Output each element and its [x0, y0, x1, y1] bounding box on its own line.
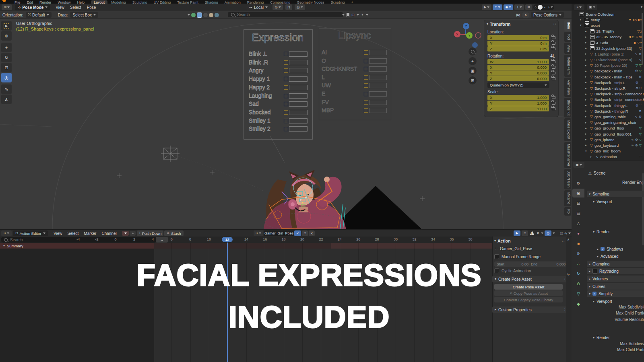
rotation-y-field[interactable]: Y0.000: [487, 70, 549, 76]
expression-slider-handle[interactable]: [284, 77, 288, 81]
viewport-menu-pose[interactable]: Pose: [87, 5, 96, 10]
add-preset-icon[interactable]: ⊞: [351, 13, 355, 17]
menu-render[interactable]: Render: [39, 0, 52, 4]
gizmos-toggle-button[interactable]: ✦: [493, 4, 502, 10]
outliner-badge-icon[interactable]: ◆11: [629, 35, 635, 39]
viewport-menu-select[interactable]: Select: [70, 5, 81, 10]
viewport-search-input[interactable]: Search: [228, 12, 343, 17]
outliner-badge-icon[interactable]: ∿: [631, 138, 634, 142]
properties-data-tab[interactable]: ▽: [572, 289, 584, 298]
expression-slider-handle[interactable]: [284, 127, 288, 131]
rotation-x-lock-icon[interactable]: [551, 66, 556, 69]
search-options-chevron[interactable]: [342, 14, 345, 16]
properties-scene-tab[interactable]: △: [572, 219, 584, 228]
outliner-row[interactable]: ▸▽backpack - main - zips⚙: [572, 74, 644, 80]
expand-icon[interactable]: ▸: [585, 58, 588, 62]
expression-slider-track[interactable]: [289, 110, 308, 115]
expand-icon[interactable]: ▸: [585, 98, 588, 101]
expand-icon[interactable]: ▸: [580, 18, 583, 21]
mode-dropdown[interactable]: ⊹ Pose Mode: [15, 4, 50, 10]
location-x-lock-icon[interactable]: [551, 36, 556, 39]
expression-slider-handle[interactable]: [284, 85, 288, 90]
xray-armature-button[interactable]: ⊹: [514, 4, 524, 10]
selectability-button[interactable]: ▶: [482, 4, 491, 10]
properties-object-tab[interactable]: ■: [572, 239, 584, 248]
sidebar-tab-animation[interactable]: Animation: [564, 78, 571, 97]
expand-icon[interactable]: ▸: [585, 109, 588, 113]
specials-down-button[interactable]: [122, 231, 129, 236]
tool-extra-chevron[interactable]: [188, 14, 190, 16]
workspace-tab-scripting[interactable]: Scripting: [328, 0, 347, 4]
properties-world-tab[interactable]: ●: [572, 229, 584, 238]
expression-slider-handle[interactable]: [284, 60, 288, 65]
action-name-field[interactable]: Gamer_Girl_Pose: [264, 230, 294, 236]
proportional-edit-button-dopesheet[interactable]: ⊙: [545, 230, 551, 236]
workspace-tab-compositing[interactable]: Compositing: [267, 0, 293, 4]
collapse-sidebar-icon[interactable]: ∧: [567, 238, 570, 241]
outliner-badge-icon[interactable]: ⚙: [639, 109, 642, 113]
dopesheet-menu-channel[interactable]: Channel: [101, 231, 116, 236]
workspace-tab-geometry-nodes[interactable]: Geometry Nodes: [294, 0, 327, 4]
properties-panel-shadows[interactable]: ▸✓Shadows: [595, 246, 644, 252]
outliner-row[interactable]: ▸▽geo_iphone∿⚙▽: [572, 137, 644, 142]
outliner-badge-icon[interactable]: ▽68: [636, 35, 642, 39]
box-select-button[interactable]: ⊡: [522, 230, 528, 236]
workspace-tab-texture-paint[interactable]: Texture Paint: [174, 0, 201, 4]
workspace-tab-rendering[interactable]: Rendering: [244, 0, 267, 4]
outliner-badge-icon[interactable]: ∷: [640, 155, 642, 158]
rotation-x-field[interactable]: X0.000: [487, 65, 549, 70]
outliner-badge-icon[interactable]: ▽: [639, 144, 642, 147]
tool-transform[interactable]: ◎: [1, 73, 12, 82]
outliner-badge-icon[interactable]: ▽: [639, 126, 642, 130]
expression-slider-track[interactable]: [289, 93, 308, 99]
outliner-row[interactable]: Scene Collection: [572, 11, 644, 17]
properties-panel-curves[interactable]: ▸Curves: [587, 283, 644, 290]
expression-slider-handle[interactable]: [284, 52, 288, 56]
expression-slider-handle[interactable]: [284, 68, 288, 73]
panel-checkbox[interactable]: ✓: [592, 292, 597, 296]
expand-icon[interactable]: ▸: [590, 155, 594, 158]
properties-viewlayer-tab[interactable]: ▤: [572, 209, 584, 218]
sidebar-tab-rebusfarm[interactable]: RebusFarm: [564, 55, 571, 76]
outliner-badge-icon[interactable]: ∿: [631, 144, 634, 147]
xray-toggle-button[interactable]: ⊠: [525, 4, 532, 10]
expand-icon[interactable]: ▸: [585, 121, 588, 124]
specials-up-button[interactable]: [130, 231, 136, 236]
menu-edit[interactable]: Edit: [27, 0, 33, 4]
dopesheet-filter-icon[interactable]: ▼: [536, 232, 540, 235]
lipsync-slider-track[interactable]: [369, 100, 387, 105]
summary-channel-row[interactable]: ▾ Summary: [0, 243, 157, 249]
lipsync-slider-track[interactable]: [369, 75, 387, 80]
outliner-badge-icon[interactable]: ∷: [640, 86, 642, 90]
unlink-action-button[interactable]: ×: [309, 230, 315, 236]
pan-nav-icon[interactable]: +: [469, 57, 477, 65]
tool-rotate[interactable]: ↻: [1, 53, 12, 62]
filter-funnel-icon[interactable]: ▼: [361, 13, 364, 16]
panel-drag-dots[interactable]: ∷: [553, 22, 556, 26]
scale-x-field[interactable]: X1.000: [487, 95, 549, 100]
rotation-mode-dropdown[interactable]: Quaternion (WXYZ): [487, 82, 549, 88]
expand-icon[interactable]: ▸: [585, 127, 588, 130]
properties-panel-sampling[interactable]: ▾Sampling: [587, 191, 644, 197]
outliner-row[interactable]: ▸▽Backpack - strip - connector.R: [572, 97, 644, 103]
panel-checkbox[interactable]: [592, 269, 597, 274]
outliner-row[interactable]: ▸4. Sofa◆▽7: [572, 40, 644, 45]
expand-icon[interactable]: ▸: [585, 138, 588, 141]
outliner-badge-icon[interactable]: ▽: [639, 69, 642, 73]
expand-icon[interactable]: ▸: [585, 35, 588, 39]
drag-dropdown[interactable]: Select Box: [70, 12, 98, 18]
location-z-lock-icon[interactable]: [551, 47, 556, 50]
camera-nav-icon[interactable]: ▣: [469, 67, 477, 75]
outliner-badge-icon[interactable]: ⚙: [639, 52, 642, 56]
expand-icon[interactable]: ▸: [585, 132, 588, 136]
outliner-row[interactable]: ▸32.- 35. Money◆11▽68: [572, 34, 644, 40]
outliner-row[interactable]: ▸▽9 Skateboard (pose 9)∿: [572, 57, 644, 63]
ortho-grid-nav-icon[interactable]: ⊞: [469, 76, 477, 84]
outliner-funnel-icon[interactable]: ▼: [640, 6, 643, 9]
outliner-filter-button[interactable]: ▣: [587, 4, 597, 10]
expand-icon[interactable]: ▸: [585, 144, 588, 147]
outliner-badge-icon[interactable]: ⚙: [635, 69, 638, 73]
outliner-badge-icon[interactable]: ⚙: [636, 86, 638, 90]
properties-panel-raytracing[interactable]: ▸Raytracing: [587, 268, 644, 274]
scale-y-field[interactable]: Y1.000: [487, 101, 549, 106]
